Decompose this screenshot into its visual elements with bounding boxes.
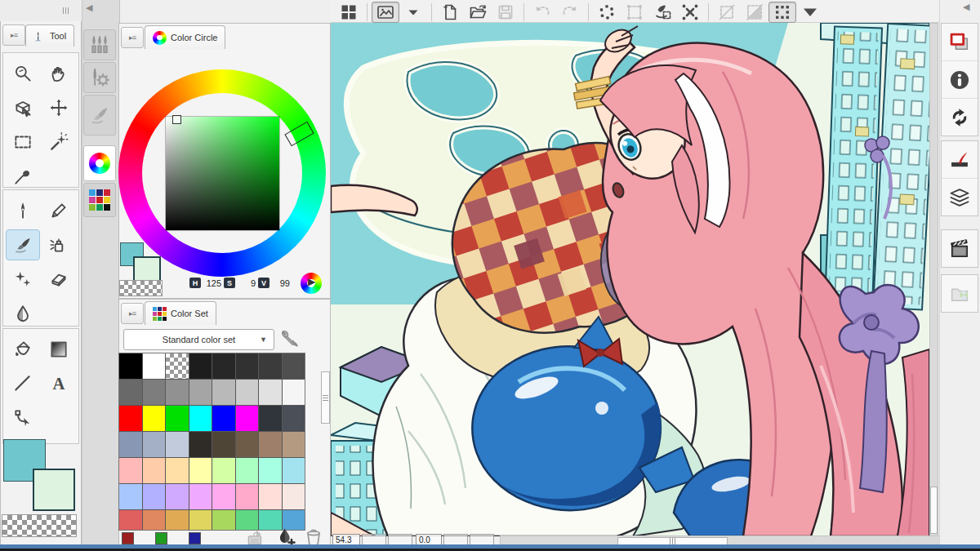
color-swatch[interactable] [189, 484, 212, 509]
eyedropper-tool[interactable] [6, 161, 40, 192]
canvas[interactable] [331, 23, 929, 536]
transparent-color-swatch[interactable] [2, 514, 77, 537]
decoration-tool[interactable] [6, 264, 40, 295]
color-swatch[interactable] [166, 510, 189, 531]
color-circle-tab[interactable] [83, 145, 116, 181]
transform-button[interactable] [676, 2, 704, 23]
bucket-tool[interactable] [6, 334, 40, 365]
color-swatch[interactable] [259, 353, 282, 379]
toolbox-tab[interactable]: Tool [25, 24, 74, 47]
zoom-tool[interactable] [6, 58, 40, 89]
color-swatch[interactable] [259, 406, 282, 431]
color-circle-menu-button[interactable]: ▸≡ [121, 27, 144, 48]
operation-tool[interactable] [6, 402, 40, 433]
color-swatch[interactable] [166, 406, 189, 431]
collapse-right-icon[interactable]: ◀ [963, 2, 969, 11]
color-swatch[interactable] [212, 484, 235, 509]
open-button[interactable] [464, 2, 492, 23]
color-swatch[interactable] [143, 432, 166, 457]
color-swatch[interactable] [259, 484, 282, 509]
panel-drag-handle[interactable] [59, 7, 72, 15]
workspace-switch-button[interactable] [335, 2, 363, 23]
color-swatch[interactable] [119, 484, 142, 509]
color-set-settings-button[interactable] [279, 328, 301, 349]
color-swatch[interactable] [236, 406, 259, 431]
color-swatch[interactable] [236, 353, 259, 379]
sync-button[interactable] [942, 99, 978, 136]
color-swatch[interactable] [212, 432, 235, 457]
line-tool[interactable] [6, 368, 40, 399]
deselect-button[interactable] [713, 2, 741, 23]
brush-panel-tab[interactable] [83, 95, 116, 136]
color-set-tab[interactable] [83, 183, 116, 217]
color-swatch[interactable] [143, 380, 166, 405]
select-tool[interactable] [6, 127, 40, 158]
animation-button[interactable] [942, 230, 978, 267]
background-color-swatch[interactable] [33, 469, 75, 511]
color-set-select[interactable]: Standard color set ▼ [123, 329, 274, 350]
color-swatch[interactable] [236, 484, 259, 509]
color-swatch[interactable] [212, 458, 235, 483]
color-circle-tab-header[interactable]: Color Circle [145, 25, 225, 49]
pen-tool[interactable] [6, 195, 40, 226]
canvas-vscrollbar[interactable] [929, 23, 938, 536]
color-swatch[interactable] [189, 353, 212, 379]
color-swatch[interactable] [119, 458, 142, 483]
new-canvas-button[interactable] [436, 2, 464, 23]
color-mode-toggle-button[interactable]: ▶ [301, 273, 322, 294]
color-swatch[interactable] [166, 458, 189, 483]
color-swatch[interactable] [259, 432, 282, 457]
color-swatch[interactable] [143, 484, 166, 509]
brush-presets-tab[interactable] [83, 29, 116, 60]
color-swatch[interactable] [119, 380, 142, 405]
canvas-view-dropdown[interactable] [399, 2, 427, 23]
color-swatch[interactable] [212, 510, 235, 531]
fill-selection-button[interactable] [648, 2, 676, 23]
recent-color-swatch[interactable] [189, 532, 201, 544]
color-swatch[interactable] [166, 380, 189, 405]
color-set-menu-button[interactable]: ▸≡ [121, 303, 144, 324]
toolbar-more-button[interactable] [796, 2, 824, 23]
color-swatch[interactable] [119, 406, 142, 431]
color-swatch[interactable] [143, 510, 166, 531]
color-swatch[interactable] [236, 458, 259, 483]
layers-button[interactable] [942, 179, 978, 216]
color-swatch[interactable] [259, 380, 282, 405]
redo-button[interactable] [556, 2, 584, 23]
color-swatch[interactable] [236, 432, 259, 457]
color-swatch[interactable] [189, 406, 212, 431]
saturation-value-box[interactable] [166, 117, 279, 230]
scatter-select-button[interactable] [593, 2, 621, 23]
blur-tool[interactable] [6, 298, 40, 329]
color-set-scrollbar[interactable] [321, 371, 330, 424]
color-swatch[interactable] [283, 458, 305, 483]
save-button[interactable] [492, 2, 519, 23]
color-set-tab-header[interactable]: Color Set [145, 301, 216, 325]
transparent-mini-swatch[interactable] [119, 280, 163, 296]
canvas-rotate-tool[interactable] [6, 92, 40, 123]
info-button[interactable] [942, 61, 978, 99]
color-swatch[interactable] [143, 406, 166, 431]
color-swatch[interactable] [283, 406, 305, 431]
color-swatch[interactable] [143, 458, 166, 483]
magic-wand-tool[interactable] [42, 127, 76, 158]
color-swatch[interactable] [166, 432, 189, 457]
move-tool[interactable] [42, 92, 76, 123]
color-swatch[interactable] [119, 353, 142, 379]
color-swatch[interactable] [212, 353, 235, 379]
selection-border-button[interactable] [768, 2, 796, 23]
color-swatch[interactable] [283, 432, 305, 457]
toolbox-menu-button[interactable]: ▸≡ [2, 24, 25, 46]
color-swatch[interactable] [119, 510, 142, 531]
color-swatch[interactable] [236, 380, 259, 405]
color-swatch[interactable] [143, 353, 166, 379]
hand-tool[interactable] [42, 58, 76, 89]
color-swatch[interactable] [212, 406, 235, 431]
canvas-windows-button[interactable] [942, 24, 978, 61]
recent-color-swatch[interactable] [122, 532, 134, 544]
recent-color-swatch[interactable] [155, 532, 167, 544]
color-swatch[interactable] [119, 432, 142, 457]
color-swatch[interactable] [189, 380, 212, 405]
color-swatch[interactable] [189, 458, 212, 483]
sv-selector[interactable] [172, 115, 181, 124]
